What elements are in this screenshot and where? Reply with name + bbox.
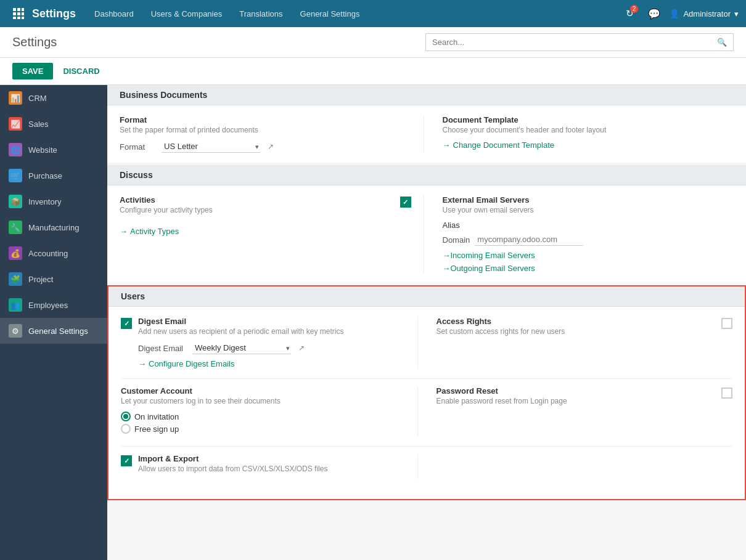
sidebar-label-accounting: Accounting: [28, 249, 68, 258]
customer-desc: Let your customers log in to see their d…: [121, 397, 417, 405]
digest-access-row: Digest Email Add new users as recipient …: [121, 317, 732, 368]
notification-badge: 2: [630, 5, 639, 13]
sidebar-item-crm[interactable]: 📊 CRM: [0, 85, 107, 111]
activities-label: Activities: [120, 195, 213, 205]
radio-free-signup-btn[interactable]: [121, 424, 131, 434]
digest-email-checkbox[interactable]: [121, 318, 132, 329]
sidebar-label-general: General Settings: [28, 327, 88, 336]
password-desc: Enable password reset from Login page: [437, 397, 716, 405]
business-docs-cols: Format Set the paper format of printed d…: [120, 115, 734, 153]
svg-rect-2: [22, 8, 24, 11]
access-rights-cell: Access Rights Set custom access rights f…: [417, 317, 733, 368]
format-row: Format US Letter A4 A5 Legal ↗: [120, 140, 411, 153]
discuss-header: Discuss: [107, 165, 746, 185]
radio-on-invitation-btn[interactable]: [121, 412, 131, 421]
svg-rect-5: [22, 12, 24, 15]
sidebar: 📊 CRM 📈 Sales 🌐 Website 🛒 Purchase 📦 Inv…: [0, 85, 107, 560]
user-menu[interactable]: 👤 Administrator ▾: [669, 9, 739, 18]
import-label: Import & Export: [138, 454, 327, 463]
customer-password-row: Customer Account Let your customers log …: [121, 386, 732, 436]
sidebar-item-manufacturing[interactable]: 🔧 Manufacturing: [0, 214, 107, 240]
import-desc: Allow users to import data from CSV/XLS/…: [138, 465, 327, 473]
import-export-row: Import & Export Allow users to import da…: [121, 454, 732, 479]
doc-template-desc: Choose your document's header and footer…: [443, 126, 734, 134]
search-box: 🔍: [425, 33, 734, 51]
sidebar-label-inventory: Inventory: [28, 197, 61, 206]
digest-field-label: Digest Email: [138, 344, 187, 353]
digest-check-wrap: Digest Email Add new users as recipient …: [121, 317, 417, 368]
import-info: Import & Export Allow users to import da…: [138, 454, 327, 479]
digest-select[interactable]: Daily Digest Weekly Digest Monthly Diges…: [192, 342, 291, 354]
format-external-link[interactable]: ↗: [268, 142, 274, 151]
update-icon[interactable]: ↻ 2: [620, 4, 639, 23]
general-icon: ⚙: [9, 324, 22, 338]
sidebar-item-purchase[interactable]: 🛒 Purchase: [0, 163, 107, 189]
nav-users-companies[interactable]: Users & Companies: [142, 0, 231, 27]
alias-label: Alias: [443, 221, 460, 230]
website-icon: 🌐: [9, 143, 22, 156]
access-info: Access Rights Set custom access rights f…: [437, 317, 716, 342]
incoming-email-link[interactable]: Incoming Email Servers: [443, 251, 734, 260]
change-template-link[interactable]: Change Document Template: [443, 140, 555, 150]
sidebar-label-website: Website: [28, 145, 57, 155]
import-export-checkbox[interactable]: [121, 455, 132, 466]
format-desc: Set the paper format of printed document…: [120, 126, 411, 134]
business-documents-header: Business Documents: [107, 85, 746, 105]
discard-button[interactable]: DISCARD: [58, 63, 104, 79]
radio-free-signup-label: Free sign up: [134, 424, 179, 434]
sidebar-item-project[interactable]: 🧩 Project: [0, 266, 107, 292]
format-select[interactable]: US Letter A4 A5 Legal: [162, 140, 260, 153]
nav-right: ↻ 2 💬 👤 Administrator ▾: [620, 4, 739, 23]
user-dropdown-icon: ▾: [734, 9, 739, 18]
top-navigation: Settings Dashboard Users & Companies Tra…: [0, 0, 746, 27]
sidebar-item-employees[interactable]: 👥 Employees: [0, 292, 107, 318]
import-export-cell: Import & Export Allow users to import da…: [121, 454, 417, 479]
activity-types-link[interactable]: Activity Types: [120, 227, 179, 236]
svg-rect-4: [17, 12, 20, 15]
page-title: Settings: [12, 35, 416, 49]
configure-digest-link[interactable]: Configure Digest Emails: [138, 359, 234, 368]
sidebar-label-sales: Sales: [28, 120, 49, 129]
chat-icon[interactable]: 💬: [644, 4, 664, 23]
nav-translations[interactable]: Translations: [231, 0, 291, 27]
domain-label: Domain: [443, 235, 470, 245]
discuss-section: Discuss Activities Configure your activi…: [107, 165, 746, 283]
brand-title: Settings: [30, 7, 86, 20]
sidebar-item-sales[interactable]: 📈 Sales: [0, 111, 107, 137]
employees-icon: 👥: [9, 298, 22, 312]
search-button[interactable]: 🔍: [711, 34, 733, 51]
discuss-cols: Activities Configure your activity types…: [120, 195, 734, 273]
outgoing-email-link[interactable]: Outgoing Email Servers: [443, 264, 734, 273]
action-bar: SAVE DISCARD: [0, 58, 746, 85]
radio-on-invitation-label: On invitation: [134, 412, 179, 421]
access-label: Access Rights: [437, 317, 716, 326]
radio-on-invitation[interactable]: On invitation: [121, 412, 417, 421]
digest-external-link[interactable]: ↗: [298, 344, 305, 352]
apps-grid-button[interactable]: [7, 2, 30, 25]
access-rights-checkbox[interactable]: [721, 318, 732, 329]
activities-checkbox[interactable]: [400, 197, 411, 208]
manufacturing-icon: 🔧: [9, 221, 22, 234]
doc-template-label: Document Template: [443, 115, 734, 124]
email-servers-col: External Email Servers Use your own emai…: [424, 195, 734, 273]
accounting-icon: 💰: [9, 246, 22, 260]
email-server-links: Incoming Email Servers Outgoing Email Se…: [443, 251, 734, 273]
business-documents-section: Business Documents Format Set the paper …: [107, 85, 746, 163]
radio-free-signup[interactable]: Free sign up: [121, 424, 417, 434]
save-button[interactable]: SAVE: [12, 63, 53, 79]
password-reset-checkbox[interactable]: [721, 388, 732, 399]
digest-label: Digest Email: [138, 317, 343, 326]
alias-domain-input[interactable]: [475, 233, 583, 246]
nav-general-settings[interactable]: General Settings: [292, 0, 369, 27]
discuss-body: Activities Configure your activity types…: [107, 185, 746, 283]
sidebar-item-inventory[interactable]: 📦 Inventory: [0, 189, 107, 214]
nav-links: Dashboard Users & Companies Translations…: [86, 0, 620, 27]
nav-dashboard[interactable]: Dashboard: [86, 0, 142, 27]
sidebar-item-website[interactable]: 🌐 Website: [0, 137, 107, 163]
sidebar-item-accounting[interactable]: 💰 Accounting: [0, 240, 107, 266]
page-header: Settings 🔍: [0, 27, 746, 58]
search-input[interactable]: [426, 34, 711, 51]
divider-2: [121, 446, 732, 447]
svg-rect-6: [13, 17, 16, 19]
sidebar-item-general[interactable]: ⚙ General Settings: [0, 318, 107, 344]
